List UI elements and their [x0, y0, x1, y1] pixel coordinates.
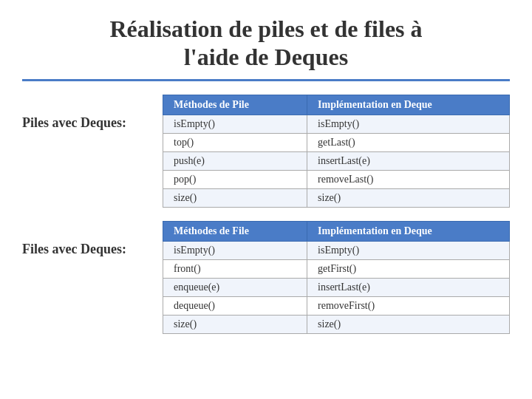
files-table: Méthodes de File Implémentation en Deque… [163, 221, 510, 334]
page-title: Réalisation de piles et de files à l'aid… [22, 15, 510, 72]
files-section: Files avec Deques: Méthodes de File Impl… [22, 221, 510, 334]
piles-section: Piles avec Deques: Méthodes de Pile Impl… [22, 95, 510, 208]
table-row: isEmpty()isEmpty() [163, 115, 510, 133]
piles-col1-header: Méthodes de Pile [163, 95, 307, 115]
title-divider [22, 79, 510, 81]
main-content: Piles avec Deques: Méthodes de Pile Impl… [22, 95, 510, 334]
table-row: push(e)insertLast(e) [163, 151, 510, 170]
table-row: front()getFirst() [163, 259, 510, 278]
piles-col2-header: Implémentation en Deque [307, 95, 510, 115]
table-row: isEmpty()isEmpty() [163, 241, 510, 259]
files-col1-header: Méthodes de File [163, 221, 307, 241]
piles-table: Méthodes de Pile Implémentation en Deque… [163, 95, 510, 208]
table-row: pop()removeLast() [163, 170, 510, 188]
table-row: dequeue()removeFirst() [163, 296, 510, 315]
table-row: size()size() [163, 188, 510, 207]
table-row: size()size() [163, 315, 510, 333]
table-row: enqueue(e)insertLast(e) [163, 278, 510, 296]
files-label: Files avec Deques: [22, 221, 148, 257]
table-row: top()getLast() [163, 133, 510, 151]
files-col2-header: Implémentation en Deque [307, 221, 510, 241]
piles-label: Piles avec Deques: [22, 95, 148, 131]
